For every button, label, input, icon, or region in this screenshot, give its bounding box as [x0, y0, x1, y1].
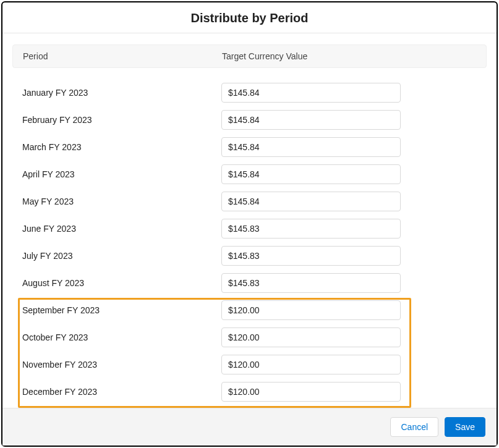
- table-row: January FY 2023: [12, 79, 487, 106]
- column-header-value: Target Currency Value: [222, 51, 476, 61]
- currency-value-input[interactable]: [221, 164, 401, 184]
- currency-value-input[interactable]: [221, 110, 401, 130]
- period-label: January FY 2023: [22, 88, 221, 98]
- currency-value-input[interactable]: [221, 192, 401, 211]
- currency-value-input[interactable]: [221, 300, 401, 320]
- table-row: April FY 2023: [12, 161, 487, 188]
- value-cell: [221, 246, 401, 266]
- currency-value-input[interactable]: [221, 219, 401, 239]
- table-header-row: Period Target Currency Value: [12, 44, 487, 68]
- value-cell: [221, 300, 401, 320]
- currency-value-input[interactable]: [221, 137, 401, 157]
- period-label: February FY 2023: [22, 115, 221, 125]
- value-cell: [221, 164, 401, 184]
- currency-value-input[interactable]: [221, 273, 401, 293]
- value-cell: [221, 219, 401, 239]
- currency-value-input[interactable]: [221, 328, 401, 347]
- period-label: May FY 2023: [22, 197, 221, 206]
- period-label: October FY 2023: [22, 332, 221, 342]
- period-label: June FY 2023: [22, 224, 221, 234]
- value-cell: [221, 137, 401, 157]
- save-button[interactable]: Save: [445, 417, 485, 437]
- value-cell: [221, 328, 401, 347]
- period-label: August FY 2023: [22, 278, 221, 288]
- currency-value-input[interactable]: [221, 246, 401, 266]
- period-label: September FY 2023: [22, 305, 221, 315]
- modal-header: Distribute by Period: [2, 2, 497, 33]
- currency-value-input[interactable]: [221, 355, 401, 374]
- modal-title: Distribute by Period: [2, 11, 497, 25]
- column-header-period: Period: [23, 51, 222, 61]
- table-row: December FY 2023: [12, 378, 487, 405]
- modal-content: Period Target Currency Value January FY …: [2, 33, 497, 408]
- period-label: April FY 2023: [22, 169, 221, 179]
- period-label: December FY 2023: [22, 387, 221, 397]
- period-label: July FY 2023: [22, 251, 221, 261]
- modal-footer: Cancel Save: [2, 408, 497, 446]
- currency-value-input[interactable]: [221, 382, 401, 402]
- period-label: November FY 2023: [22, 360, 221, 370]
- table-row: May FY 2023: [12, 188, 487, 215]
- value-cell: [221, 110, 401, 130]
- period-label: March FY 2023: [22, 142, 221, 152]
- table-row: August FY 2023: [12, 269, 487, 297]
- rows-container: January FY 2023February FY 2023March FY …: [12, 79, 487, 405]
- table-row: July FY 2023: [12, 242, 487, 269]
- table-row: November FY 2023: [12, 351, 487, 378]
- value-cell: [221, 382, 401, 402]
- value-cell: [221, 192, 401, 211]
- cancel-button[interactable]: Cancel: [390, 417, 438, 437]
- value-cell: [221, 273, 401, 293]
- table-row: February FY 2023: [12, 106, 487, 133]
- value-cell: [221, 83, 401, 103]
- table-row: September FY 2023: [12, 297, 487, 324]
- table-row: October FY 2023: [12, 324, 487, 351]
- currency-value-input[interactable]: [221, 83, 401, 103]
- table-row: June FY 2023: [12, 215, 487, 242]
- distribute-by-period-modal: Distribute by Period Period Target Curre…: [1, 1, 498, 447]
- value-cell: [221, 355, 401, 374]
- table-row: March FY 2023: [12, 133, 487, 161]
